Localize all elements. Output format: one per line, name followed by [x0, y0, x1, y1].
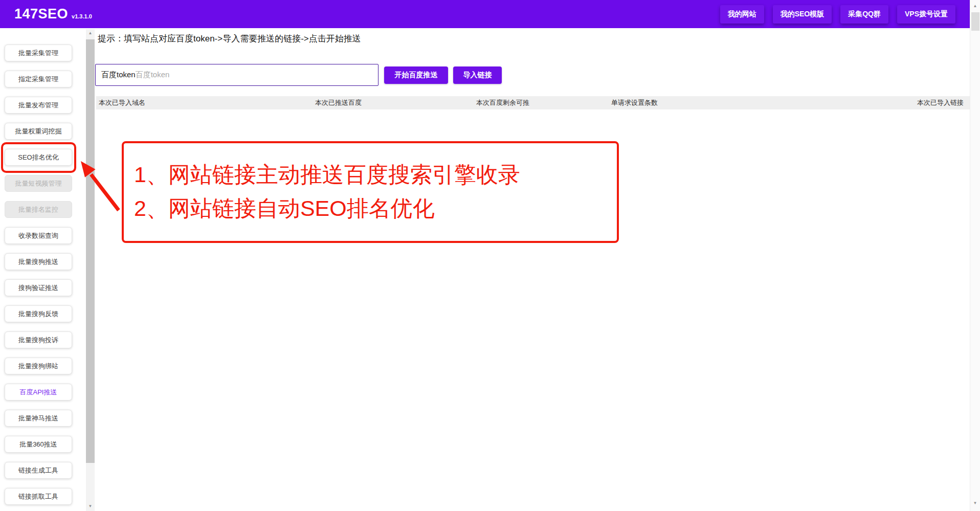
sidebar-item-label: 收录数据查询: [18, 231, 58, 240]
page-scrollbar-thumb[interactable]: [971, 12, 979, 31]
table-column-header-per-request-count: 单请求设置条数: [611, 96, 658, 109]
sidebar-item-link-generate-tool[interactable]: 链接生成工具: [5, 462, 72, 479]
sidebar: 批量采集管理 指定采集管理 批量发布管理 批量权重词挖掘 SEO排名优化 批量短…: [0, 28, 86, 511]
sidebar-item-label: 百度API推送: [20, 388, 57, 397]
sidebar-item-label: 批量排名监控: [18, 205, 58, 214]
sidebar-item-sogou-batch-push[interactable]: 批量搜狗推送: [5, 253, 72, 270]
table-column-header-imported-domains: 本次已导入域名: [99, 96, 145, 109]
sidebar-scrollbar[interactable]: ▲ ▼: [86, 29, 95, 511]
app-logo: 147SEO v1.3.1.0: [14, 6, 92, 22]
sidebar-item-label: 批量搜狗投诉: [18, 336, 58, 345]
sidebar-item-sogou-complaint[interactable]: 批量搜狗投诉: [5, 331, 72, 348]
app-version: v1.3.1.0: [72, 13, 92, 19]
sidebar-item-sogou-verify-push[interactable]: 搜狗验证推送: [5, 279, 72, 296]
nav-button-my-websites[interactable]: 我的网站: [720, 5, 764, 24]
hint-text: 提示：填写站点对应百度token->导入需要推送的链接->点击开始推送: [98, 33, 361, 45]
sidebar-item-label: 批量搜狗反馈: [18, 309, 58, 319]
start-baidu-push-button[interactable]: 开始百度推送: [384, 66, 448, 84]
token-input-value: 百度token: [101, 70, 136, 80]
sidebar-item-shenma-batch-push[interactable]: 批量神马推送: [5, 410, 72, 427]
sidebar-item-label: 批量发布管理: [18, 101, 58, 110]
app-logo-text: 147SEO: [14, 6, 68, 22]
sidebar-item-link-grab-tool[interactable]: 链接抓取工具: [5, 488, 72, 505]
sidebar-item-weight-keyword-mining[interactable]: 批量权重词挖掘: [5, 123, 72, 140]
nav-button-my-seo-templates[interactable]: 我的SEO模版: [773, 5, 832, 24]
sidebar-item-label: 指定采集管理: [18, 75, 58, 84]
scroll-up-icon[interactable]: ▲: [86, 30, 95, 37]
sidebar-item-batch-collect[interactable]: 批量采集管理: [5, 45, 72, 61]
token-input-placeholder: 百度token: [136, 70, 170, 80]
sidebar-item-360-batch-push[interactable]: 批量360推送: [5, 436, 72, 453]
sidebar-item-sogou-bind-site[interactable]: 批量搜狗绑站: [5, 358, 72, 374]
sidebar-item-label: 链接生成工具: [18, 466, 58, 475]
sidebar-item-label: 批量搜狗推送: [18, 257, 58, 266]
scroll-down-icon[interactable]: ▼: [970, 500, 980, 507]
main-panel: 提示：填写站点对应百度token->导入需要推送的链接->点击开始推送 百度to…: [96, 28, 970, 511]
sidebar-item-label: 搜狗验证推送: [18, 283, 58, 293]
sidebar-item-label: 批量360推送: [19, 440, 57, 449]
sidebar-item-index-data-query[interactable]: 收录数据查询: [5, 227, 72, 244]
table-column-header-pushed-to-baidu: 本次已推送百度: [315, 96, 362, 109]
page-scrollbar[interactable]: ▲ ▼: [970, 0, 980, 511]
sidebar-item-baidu-api-push[interactable]: 百度API推送: [5, 384, 72, 401]
sidebar-item-label: 批量神马推送: [18, 414, 58, 423]
sidebar-item-sogou-feedback[interactable]: 批量搜狗反馈: [5, 305, 72, 322]
sidebar-item-targeted-collect[interactable]: 指定采集管理: [5, 71, 72, 87]
sidebar-item-label: 批量搜狗绑站: [18, 362, 58, 371]
nav-button-vps-dial-settings[interactable]: VPS拨号设置: [897, 5, 955, 24]
header-nav: 我的网站我的SEO模版采集QQ群VPS拨号设置: [720, 5, 955, 24]
results-table-header: 本次已导入域名本次已推送百度本次百度剩余可推单请求设置条数本次已导入链接: [96, 96, 970, 109]
sidebar-item-label: 批量采集管理: [18, 49, 58, 58]
sidebar-item-ranking-monitor[interactable]: 批量排名监控: [5, 201, 72, 218]
sidebar-item-batch-publish[interactable]: 批量发布管理: [5, 97, 72, 114]
sidebar-item-seo-ranking[interactable]: SEO排名优化: [5, 149, 72, 166]
app-window: 147SEO v1.3.1.0 我的网站我的SEO模版采集QQ群VPS拨号设置 …: [0, 0, 980, 511]
header-bar: 147SEO v1.3.1.0 我的网站我的SEO模版采集QQ群VPS拨号设置: [0, 0, 970, 28]
import-links-button[interactable]: 导入链接: [453, 66, 502, 84]
sidebar-item-label: 批量短视频管理: [15, 179, 62, 188]
scroll-down-icon[interactable]: ▼: [86, 503, 95, 510]
table-column-header-baidu-remaining: 本次百度剩余可推: [476, 96, 529, 109]
sidebar-item-label: 链接抓取工具: [18, 492, 58, 501]
table-column-header-imported-links: 本次已导入链接: [917, 96, 964, 109]
sidebar-item-label: SEO排名优化: [18, 153, 58, 162]
nav-button-qq-group[interactable]: 采集QQ群: [840, 5, 888, 24]
sidebar-scrollbar-thumb[interactable]: [86, 39, 95, 463]
scroll-up-icon[interactable]: ▲: [970, 3, 980, 10]
sidebar-item-short-video-manage[interactable]: 批量短视频管理: [5, 175, 72, 192]
baidu-token-input[interactable]: 百度token 百度token: [95, 64, 378, 86]
sidebar-item-label: 批量权重词挖掘: [15, 127, 62, 136]
